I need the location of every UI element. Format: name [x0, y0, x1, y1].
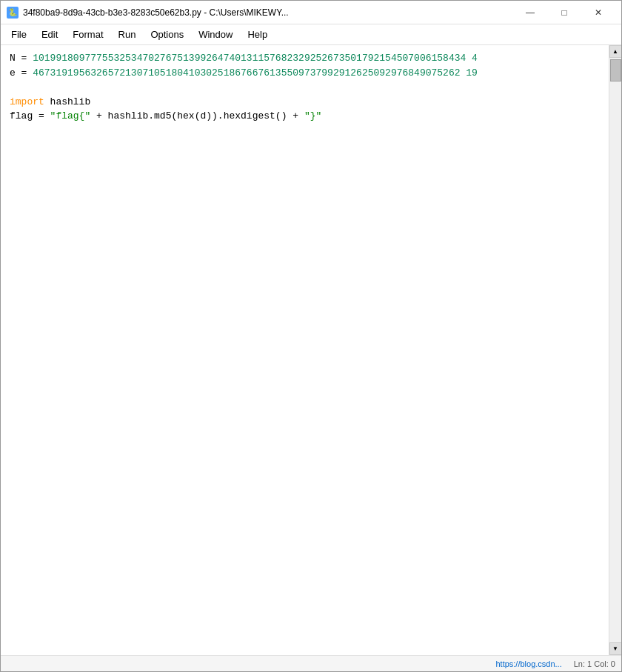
menu-file[interactable]: File: [4, 26, 34, 43]
menu-format[interactable]: Format: [65, 26, 110, 43]
cursor-position: Ln: 1 Col: 0: [574, 659, 615, 668]
app-icon: 🐍: [7, 7, 19, 19]
status-link[interactable]: https://blog.csdn...: [495, 659, 561, 668]
menu-options[interactable]: Options: [143, 26, 191, 43]
title-bar-left: 🐍 34f80ba9-8d9a-43cb-b3e3-8283c50e62b3.p…: [7, 7, 289, 19]
close-button[interactable]: ✕: [581, 1, 615, 24]
code-line-4: import hashlib: [10, 95, 600, 110]
status-bar: https://blog.csdn... Ln: 1 Col: 0: [1, 655, 621, 671]
menu-run[interactable]: Run: [111, 26, 144, 43]
maximize-button[interactable]: □: [547, 1, 581, 24]
code-line-5: flag = "flag{" + hashlib.md5(hex(d)).hex…: [10, 109, 600, 124]
scrollbar-vertical[interactable]: ▲ ▼: [609, 45, 621, 655]
scroll-thumb[interactable]: [610, 59, 621, 81]
window-controls: — □ ✕: [513, 1, 615, 24]
code-line-1: N = 101991809777553253470276751399264740…: [10, 51, 600, 66]
code-line-2: e = 467319195632657213071051804103025186…: [10, 66, 600, 81]
title-bar: 🐍 34f80ba9-8d9a-43cb-b3e3-8283c50e62b3.p…: [1, 1, 621, 24]
window-title: 34f80ba9-8d9a-43cb-b3e3-8283c50e62b3.py …: [23, 7, 289, 18]
menu-edit[interactable]: Edit: [34, 26, 65, 43]
code-editor[interactable]: N = 101991809777553253470276751399264740…: [1, 45, 609, 655]
scroll-down-button[interactable]: ▼: [609, 642, 622, 655]
menu-bar: File Edit Format Run Options Window Help: [1, 24, 621, 45]
menu-window[interactable]: Window: [191, 26, 240, 43]
main-window: 🐍 34f80ba9-8d9a-43cb-b3e3-8283c50e62b3.p…: [0, 0, 622, 672]
scroll-up-button[interactable]: ▲: [609, 45, 622, 58]
menu-help[interactable]: Help: [240, 26, 275, 43]
editor-container: N = 101991809777553253470276751399264740…: [1, 45, 621, 655]
minimize-button[interactable]: —: [513, 1, 547, 24]
code-line-3: [10, 80, 600, 95]
